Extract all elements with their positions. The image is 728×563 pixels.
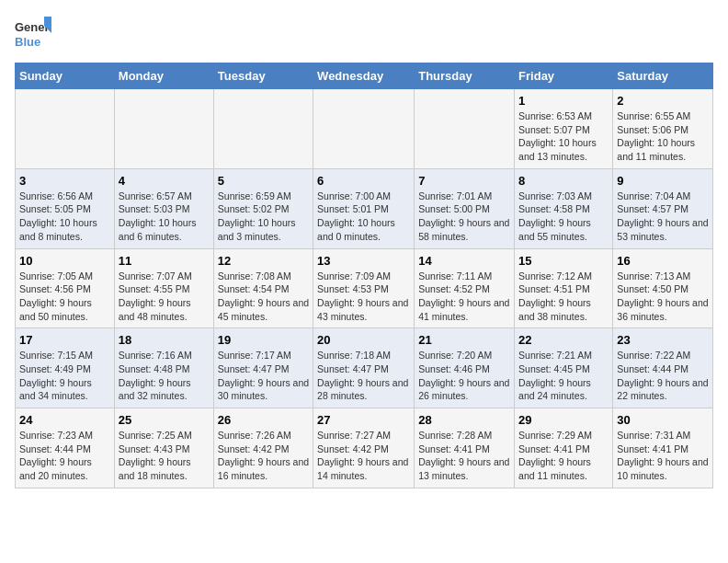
day-number: 20 <box>317 333 410 347</box>
calendar-cell <box>415 89 515 169</box>
header-wednesday: Wednesday <box>313 63 415 89</box>
day-number: 12 <box>218 254 309 268</box>
calendar-week-row: 1Sunrise: 6:53 AMSunset: 5:07 PMDaylight… <box>16 89 713 169</box>
header-friday: Friday <box>515 63 613 89</box>
day-number: 6 <box>317 174 410 188</box>
day-info: Sunrise: 7:31 AMSunset: 4:41 PMDaylight:… <box>617 429 709 483</box>
calendar-cell: 30Sunrise: 7:31 AMSunset: 4:41 PMDayligh… <box>613 408 713 488</box>
day-number: 16 <box>617 254 709 268</box>
calendar-cell: 10Sunrise: 7:05 AMSunset: 4:56 PMDayligh… <box>16 248 115 328</box>
calendar-cell: 6Sunrise: 7:00 AMSunset: 5:01 PMDaylight… <box>313 168 415 248</box>
day-info: Sunrise: 6:57 AMSunset: 5:03 PMDaylight:… <box>119 190 210 244</box>
day-number: 23 <box>617 333 709 347</box>
calendar-cell: 22Sunrise: 7:21 AMSunset: 4:45 PMDayligh… <box>515 328 613 408</box>
day-info: Sunrise: 7:17 AMSunset: 4:47 PMDaylight:… <box>218 349 309 403</box>
calendar-cell: 24Sunrise: 7:23 AMSunset: 4:44 PMDayligh… <box>16 408 115 488</box>
calendar-cell: 25Sunrise: 7:25 AMSunset: 4:43 PMDayligh… <box>114 408 213 488</box>
day-number: 15 <box>518 254 609 268</box>
day-number: 25 <box>119 413 210 427</box>
day-info: Sunrise: 7:09 AMSunset: 4:53 PMDaylight:… <box>317 270 410 324</box>
calendar-cell <box>313 89 415 169</box>
day-number: 26 <box>218 413 309 427</box>
day-info: Sunrise: 7:04 AMSunset: 4:57 PMDaylight:… <box>617 190 709 244</box>
calendar-week-row: 24Sunrise: 7:23 AMSunset: 4:44 PMDayligh… <box>16 408 713 488</box>
svg-text:Blue: Blue <box>15 35 40 49</box>
calendar-cell: 2Sunrise: 6:55 AMSunset: 5:06 PMDaylight… <box>613 89 713 169</box>
calendar-cell: 12Sunrise: 7:08 AMSunset: 4:54 PMDayligh… <box>213 248 313 328</box>
calendar-table: SundayMondayTuesdayWednesdayThursdayFrid… <box>15 63 713 488</box>
day-info: Sunrise: 7:25 AMSunset: 4:43 PMDaylight:… <box>119 429 210 483</box>
day-info: Sunrise: 7:15 AMSunset: 4:49 PMDaylight:… <box>19 349 110 403</box>
day-number: 22 <box>518 333 609 347</box>
calendar-cell: 1Sunrise: 6:53 AMSunset: 5:07 PMDaylight… <box>515 89 613 169</box>
calendar-week-row: 10Sunrise: 7:05 AMSunset: 4:56 PMDayligh… <box>16 248 713 328</box>
calendar-header-row: SundayMondayTuesdayWednesdayThursdayFrid… <box>16 63 713 89</box>
day-info: Sunrise: 7:08 AMSunset: 4:54 PMDaylight:… <box>218 270 309 324</box>
calendar-cell: 14Sunrise: 7:11 AMSunset: 4:52 PMDayligh… <box>415 248 515 328</box>
logo-graphic: General Blue <box>15 15 51 55</box>
day-number: 8 <box>518 174 609 188</box>
calendar-cell: 26Sunrise: 7:26 AMSunset: 4:42 PMDayligh… <box>213 408 313 488</box>
logo: General Blue <box>15 15 51 55</box>
calendar-cell: 15Sunrise: 7:12 AMSunset: 4:51 PMDayligh… <box>515 248 613 328</box>
day-info: Sunrise: 7:07 AMSunset: 4:55 PMDaylight:… <box>119 270 210 324</box>
day-info: Sunrise: 7:18 AMSunset: 4:47 PMDaylight:… <box>317 349 410 403</box>
header-monday: Monday <box>114 63 213 89</box>
calendar-cell: 27Sunrise: 7:27 AMSunset: 4:42 PMDayligh… <box>313 408 415 488</box>
day-number: 7 <box>418 174 510 188</box>
day-info: Sunrise: 7:13 AMSunset: 4:50 PMDaylight:… <box>617 270 709 324</box>
calendar-cell: 17Sunrise: 7:15 AMSunset: 4:49 PMDayligh… <box>16 328 115 408</box>
day-info: Sunrise: 7:16 AMSunset: 4:48 PMDaylight:… <box>119 349 210 403</box>
day-number: 11 <box>119 254 210 268</box>
calendar-cell: 3Sunrise: 6:56 AMSunset: 5:05 PMDaylight… <box>16 168 115 248</box>
day-number: 17 <box>19 333 110 347</box>
calendar-cell: 19Sunrise: 7:17 AMSunset: 4:47 PMDayligh… <box>213 328 313 408</box>
header-tuesday: Tuesday <box>213 63 313 89</box>
day-info: Sunrise: 7:23 AMSunset: 4:44 PMDaylight:… <box>19 429 110 483</box>
day-info: Sunrise: 7:12 AMSunset: 4:51 PMDaylight:… <box>518 270 609 324</box>
day-number: 30 <box>617 413 709 427</box>
logo-icon: General Blue <box>15 15 51 55</box>
day-number: 5 <box>218 174 309 188</box>
day-number: 18 <box>119 333 210 347</box>
calendar-cell <box>114 89 213 169</box>
calendar-cell: 16Sunrise: 7:13 AMSunset: 4:50 PMDayligh… <box>613 248 713 328</box>
day-number: 13 <box>317 254 410 268</box>
header-sunday: Sunday <box>16 63 115 89</box>
day-info: Sunrise: 7:27 AMSunset: 4:42 PMDaylight:… <box>317 429 410 483</box>
day-info: Sunrise: 7:01 AMSunset: 5:00 PMDaylight:… <box>418 190 510 244</box>
calendar-cell: 23Sunrise: 7:22 AMSunset: 4:44 PMDayligh… <box>613 328 713 408</box>
day-info: Sunrise: 6:56 AMSunset: 5:05 PMDaylight:… <box>19 190 110 244</box>
calendar-cell <box>213 89 313 169</box>
day-info: Sunrise: 7:00 AMSunset: 5:01 PMDaylight:… <box>317 190 410 244</box>
day-info: Sunrise: 6:53 AMSunset: 5:07 PMDaylight:… <box>518 109 609 164</box>
calendar-cell: 9Sunrise: 7:04 AMSunset: 4:57 PMDaylight… <box>613 168 713 248</box>
calendar-cell: 8Sunrise: 7:03 AMSunset: 4:58 PMDaylight… <box>515 168 613 248</box>
calendar-cell <box>16 89 115 169</box>
calendar-cell: 28Sunrise: 7:28 AMSunset: 4:41 PMDayligh… <box>415 408 515 488</box>
day-info: Sunrise: 7:11 AMSunset: 4:52 PMDaylight:… <box>418 270 510 324</box>
day-number: 10 <box>19 254 110 268</box>
day-info: Sunrise: 6:55 AMSunset: 5:06 PMDaylight:… <box>617 109 709 164</box>
day-number: 1 <box>518 94 609 108</box>
day-number: 28 <box>418 413 510 427</box>
day-info: Sunrise: 7:29 AMSunset: 4:41 PMDaylight:… <box>518 429 609 483</box>
calendar-cell: 18Sunrise: 7:16 AMSunset: 4:48 PMDayligh… <box>114 328 213 408</box>
day-number: 4 <box>119 174 210 188</box>
calendar-cell: 4Sunrise: 6:57 AMSunset: 5:03 PMDaylight… <box>114 168 213 248</box>
day-info: Sunrise: 7:21 AMSunset: 4:45 PMDaylight:… <box>518 349 609 403</box>
calendar-cell: 13Sunrise: 7:09 AMSunset: 4:53 PMDayligh… <box>313 248 415 328</box>
calendar-cell: 29Sunrise: 7:29 AMSunset: 4:41 PMDayligh… <box>515 408 613 488</box>
day-number: 3 <box>19 174 110 188</box>
day-number: 24 <box>19 413 110 427</box>
header-thursday: Thursday <box>415 63 515 89</box>
day-number: 19 <box>218 333 309 347</box>
calendar-cell: 5Sunrise: 6:59 AMSunset: 5:02 PMDaylight… <box>213 168 313 248</box>
day-info: Sunrise: 7:20 AMSunset: 4:46 PMDaylight:… <box>418 349 510 403</box>
calendar-cell: 20Sunrise: 7:18 AMSunset: 4:47 PMDayligh… <box>313 328 415 408</box>
day-info: Sunrise: 7:05 AMSunset: 4:56 PMDaylight:… <box>19 270 110 324</box>
calendar-cell: 21Sunrise: 7:20 AMSunset: 4:46 PMDayligh… <box>415 328 515 408</box>
header: General Blue <box>15 15 713 55</box>
header-saturday: Saturday <box>613 63 713 89</box>
day-number: 27 <box>317 413 410 427</box>
